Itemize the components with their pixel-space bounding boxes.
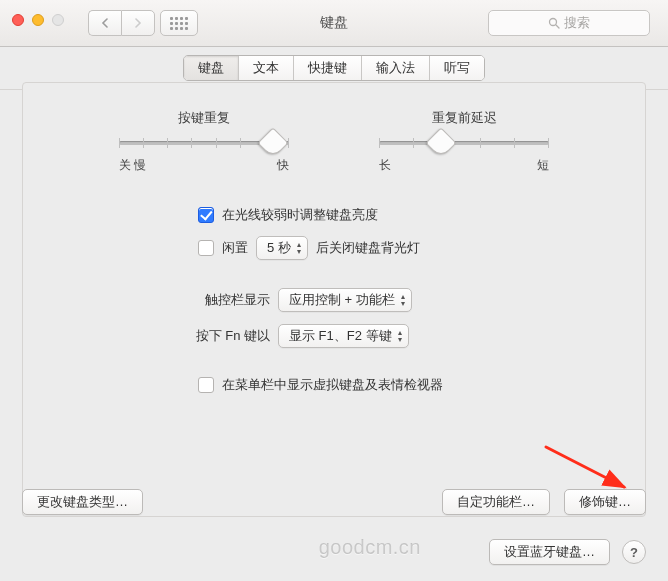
window-controls (12, 14, 64, 26)
watermark-text: goodcm.cn (319, 536, 421, 559)
search-input[interactable]: 搜索 (488, 10, 650, 36)
repeat-delay-min-label: 长 (379, 157, 391, 174)
close-icon[interactable] (12, 14, 24, 26)
forward-button[interactable] (121, 10, 155, 36)
fnkeys-row: 按下 Fn 键以 显示 F1、F2 等键 ▴▾ (198, 324, 645, 348)
footer-right: 设置蓝牙键盘… ? (489, 539, 646, 565)
idle-select[interactable]: 5 秒 ▴▾ (256, 236, 308, 260)
key-repeat-track[interactable] (119, 141, 289, 145)
help-button[interactable]: ? (622, 540, 646, 564)
svg-point-0 (550, 19, 557, 26)
fnkeys-select[interactable]: 显示 F1、F2 等键 ▴▾ (278, 324, 409, 348)
svg-line-1 (556, 25, 559, 28)
key-repeat-slider: 按键重复 关 慢 快 (119, 109, 289, 174)
back-button[interactable] (88, 10, 121, 36)
search-placeholder: 搜索 (564, 14, 590, 32)
idle-row: 闲置 5 秒 ▴▾ 后关闭键盘背光灯 (198, 236, 645, 260)
repeat-delay-labels: 长 短 (379, 157, 549, 174)
dim-backlight-label: 在光线较弱时调整键盘亮度 (222, 206, 378, 224)
content-panel: 按键重复 关 慢 快 重复前延迟 长 短 (22, 82, 646, 517)
show-viewer-checkbox[interactable] (198, 377, 214, 393)
tab-text[interactable]: 文本 (239, 56, 294, 80)
key-repeat-title: 按键重复 (119, 109, 289, 127)
minimize-icon[interactable] (32, 14, 44, 26)
touchbar-label: 触控栏显示 (198, 291, 270, 309)
touchbar-row: 触控栏显示 应用控制 + 功能栏 ▴▾ (198, 288, 645, 312)
key-repeat-max-label: 快 (277, 157, 289, 174)
tab-keyboard[interactable]: 键盘 (184, 56, 239, 80)
grid-icon (170, 17, 188, 30)
idle-checkbox[interactable] (198, 240, 214, 256)
repeat-delay-slider: 重复前延迟 长 短 (379, 109, 549, 174)
repeat-delay-ticks (379, 138, 549, 148)
dim-backlight-row: 在光线较弱时调整键盘亮度 (198, 206, 645, 224)
idle-label-left: 闲置 (222, 239, 248, 257)
chevron-updown-icon: ▴▾ (297, 242, 301, 255)
nav-back-forward (88, 10, 155, 36)
show-viewer-row: 在菜单栏中显示虚拟键盘及表情检视器 (198, 376, 645, 394)
fnkeys-label: 按下 Fn 键以 (184, 327, 270, 345)
chevron-updown-icon: ▴▾ (401, 294, 405, 307)
touchbar-select-value: 应用控制 + 功能栏 (289, 291, 395, 309)
options-column: 在光线较弱时调整键盘亮度 闲置 5 秒 ▴▾ 后关闭键盘背光灯 触控栏显示 应用… (198, 206, 645, 394)
touchbar-select[interactable]: 应用控制 + 功能栏 ▴▾ (278, 288, 412, 312)
fnkeys-select-value: 显示 F1、F2 等键 (289, 327, 392, 345)
key-repeat-min-label: 关 慢 (119, 157, 146, 174)
titlebar: 键盘 搜索 (0, 0, 668, 47)
idle-select-value: 5 秒 (267, 239, 291, 257)
repeat-delay-title: 重复前延迟 (379, 109, 549, 127)
zoom-icon (52, 14, 64, 26)
key-repeat-labels: 关 慢 快 (119, 157, 289, 174)
tab-shortcuts[interactable]: 快捷键 (294, 56, 362, 80)
change-keyboard-type-button[interactable]: 更改键盘类型… (22, 489, 143, 515)
show-all-button[interactable] (160, 10, 198, 36)
bottom-button-bar: 更改键盘类型… 自定功能栏… 修饰键… (22, 489, 646, 515)
idle-label-right: 后关闭键盘背光灯 (316, 239, 420, 257)
tab-dictation[interactable]: 听写 (430, 56, 484, 80)
show-viewer-label: 在菜单栏中显示虚拟键盘及表情检视器 (222, 376, 443, 394)
repeat-delay-max-label: 短 (537, 157, 549, 174)
repeat-delay-track[interactable] (379, 141, 549, 145)
customize-touchbar-button[interactable]: 自定功能栏… (442, 489, 550, 515)
modifier-keys-button[interactable]: 修饰键… (564, 489, 646, 515)
key-repeat-knob[interactable] (257, 127, 288, 158)
search-icon (548, 17, 560, 29)
tab-segment: 键盘 文本 快捷键 输入法 听写 (183, 55, 485, 81)
repeat-delay-knob[interactable] (426, 127, 457, 158)
dim-backlight-checkbox[interactable] (198, 207, 214, 223)
chevron-updown-icon: ▴▾ (398, 330, 402, 343)
sliders-row: 按键重复 关 慢 快 重复前延迟 长 短 (23, 109, 645, 174)
setup-bluetooth-keyboard-button[interactable]: 设置蓝牙键盘… (489, 539, 610, 565)
tab-input[interactable]: 输入法 (362, 56, 430, 80)
